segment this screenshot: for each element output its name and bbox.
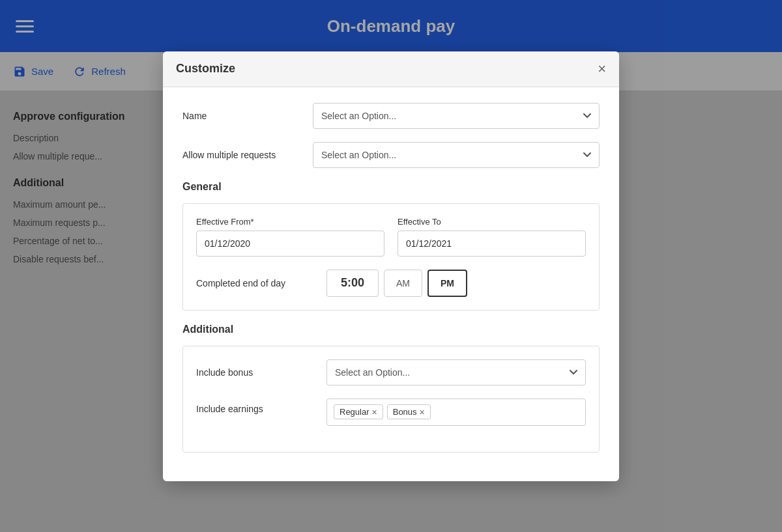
allow-multiple-select[interactable]: Select an Option...	[313, 142, 600, 168]
modal: Customize × Name Select an Option... All…	[163, 51, 619, 292]
modal-close-button[interactable]: ×	[598, 62, 606, 76]
modal-body: Name Select an Option... Allow multiple …	[163, 87, 619, 292]
name-label: Name	[182, 111, 313, 121]
date-row: Effective From* Effective To	[196, 217, 586, 257]
time-input[interactable]	[326, 270, 379, 292]
time-controls: AM PM	[326, 270, 467, 292]
general-section-box: Effective From* Effective To Completed e…	[182, 203, 600, 292]
am-button[interactable]: AM	[384, 270, 422, 292]
allow-multiple-row: Allow multiple requests Select an Option…	[182, 142, 600, 168]
effective-to-input[interactable]	[398, 231, 586, 257]
name-row: Name Select an Option...	[182, 103, 600, 129]
allow-multiple-label: Allow multiple requests	[182, 150, 313, 160]
modal-header: Customize ×	[163, 51, 619, 87]
completed-end-label: Completed end of day	[196, 278, 326, 288]
effective-to-label: Effective To	[398, 217, 586, 227]
time-row: Completed end of day AM PM	[196, 270, 586, 292]
name-select[interactable]: Select an Option...	[313, 103, 600, 129]
allow-multiple-control: Select an Option...	[313, 142, 600, 168]
effective-from-label: Effective From*	[196, 217, 384, 227]
modal-overlay: Customize × Name Select an Option... All…	[0, 0, 782, 292]
general-section-title: General	[182, 181, 600, 193]
effective-from-input[interactable]	[196, 231, 384, 257]
modal-title: Customize	[176, 62, 235, 76]
effective-from-group: Effective From*	[196, 217, 384, 257]
pm-button[interactable]: PM	[427, 270, 467, 292]
name-control: Select an Option...	[313, 103, 600, 129]
effective-to-group: Effective To	[398, 217, 586, 257]
